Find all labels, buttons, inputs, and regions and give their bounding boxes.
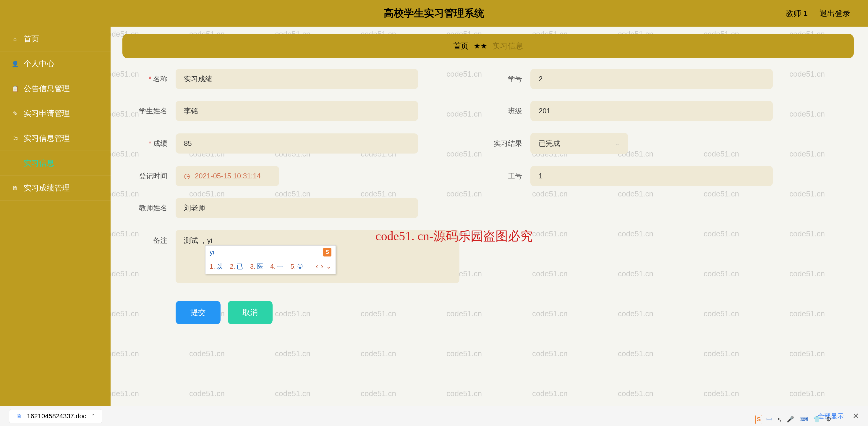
input-name[interactable] bbox=[176, 69, 418, 89]
sidebar-item-label: 实习信息管理 bbox=[24, 133, 70, 143]
sidebar-item-info[interactable]: 实习信息 bbox=[0, 151, 111, 176]
ime-candidate[interactable]: 2.已 bbox=[230, 262, 243, 271]
sidebar-item-label: 个人中心 bbox=[24, 59, 54, 69]
label-class: 班级 bbox=[477, 106, 530, 116]
close-icon[interactable]: ✕ bbox=[852, 411, 859, 421]
sogou-logo-icon: S bbox=[323, 248, 332, 256]
input-work-no[interactable] bbox=[530, 166, 773, 186]
field-teacher-name: 教师姓名 bbox=[122, 198, 418, 218]
app-title: 高校学生实习管理系统 bbox=[384, 6, 484, 20]
ime-candidate[interactable]: 1.以 bbox=[210, 262, 223, 271]
ime-composition: yi bbox=[210, 249, 214, 256]
sidebar: ⌂ 首页 👤 个人中心 📋 公告信息管理 ✎ 实习申请管理 🗂 实习信息管理 实… bbox=[0, 27, 111, 426]
label-student-no: 学号 bbox=[477, 74, 530, 84]
current-user[interactable]: 教师 1 bbox=[786, 8, 808, 19]
chevron-down-icon[interactable]: ⌄ bbox=[326, 263, 332, 271]
ime-candidates: 1.以 2.已 3.医 4.一 5.① ‹ › ⌄ bbox=[206, 259, 336, 274]
header-bar: 高校学生实习管理系统 教师 1 退出登录 bbox=[0, 0, 868, 27]
tray-skin-icon[interactable]: 👕 bbox=[812, 415, 822, 424]
header-user-area: 教师 1 退出登录 bbox=[786, 8, 850, 19]
label-reg-time: 登记时间 bbox=[122, 171, 176, 181]
tray-settings-icon[interactable]: ⚙ bbox=[825, 415, 833, 424]
input-reg-time[interactable]: ◷ 2021-05-15 10:31:14 bbox=[176, 166, 279, 186]
sidebar-item-personal[interactable]: 👤 个人中心 bbox=[0, 52, 111, 76]
input-student-no[interactable] bbox=[530, 69, 773, 89]
ime-candidate[interactable]: 4.一 bbox=[270, 262, 283, 271]
home-icon: ⌂ bbox=[12, 36, 18, 42]
tray-lang-icon[interactable]: 中 bbox=[765, 415, 773, 424]
field-work-no: 工号 bbox=[477, 166, 773, 186]
download-filename: 1621045824337.doc bbox=[27, 413, 86, 420]
archive-icon: 🗂 bbox=[12, 135, 18, 142]
clock-icon: ◷ bbox=[184, 172, 190, 180]
submit-button[interactable]: 提交 bbox=[176, 301, 221, 324]
field-name: 名称 bbox=[122, 69, 418, 89]
select-result[interactable]: 已完成 ⌄ bbox=[530, 133, 628, 154]
form: 名称 学号 学生姓名 班级 成绩 实习结果 bbox=[122, 69, 773, 324]
label-remark: 备注 bbox=[122, 230, 176, 245]
sidebar-item-label: 实习信息 bbox=[24, 158, 54, 168]
chevron-down-icon: ⌄ bbox=[615, 140, 620, 147]
breadcrumb-sep: ★★ bbox=[474, 41, 487, 50]
ime-tray: S 中 •, 🎤 ⌨ 👕 ⚙ bbox=[755, 415, 833, 424]
main-content: 首页 ★★ 实习信息 名称 学号 学生姓名 班级 bbox=[111, 27, 868, 426]
sidebar-item-label: 公告信息管理 bbox=[24, 83, 70, 94]
field-class: 班级 bbox=[477, 101, 773, 121]
user-icon: 👤 bbox=[12, 61, 18, 67]
download-item[interactable]: 🗎 1621045824337.doc ⌃ bbox=[9, 409, 102, 423]
sidebar-item-label: 实习成绩管理 bbox=[24, 183, 70, 193]
cancel-button[interactable]: 取消 bbox=[228, 301, 273, 324]
chevron-right-icon[interactable]: › bbox=[321, 263, 323, 271]
label-teacher-name: 教师姓名 bbox=[122, 203, 176, 213]
field-score: 成绩 bbox=[122, 133, 418, 154]
ime-candidate[interactable]: 3.医 bbox=[250, 262, 263, 271]
sidebar-item-announcement[interactable]: 📋 公告信息管理 bbox=[0, 76, 111, 101]
button-row: 提交 取消 bbox=[122, 301, 773, 324]
ime-nav[interactable]: ‹ › ⌄ bbox=[316, 263, 332, 271]
document-icon: 🗎 bbox=[16, 413, 22, 420]
input-score[interactable] bbox=[176, 134, 418, 153]
reg-time-value: 2021-05-15 10:31:14 bbox=[195, 172, 261, 180]
sidebar-item-home[interactable]: ⌂ 首页 bbox=[0, 27, 111, 52]
clipboard-icon: 📋 bbox=[12, 85, 18, 92]
label-result: 实习结果 bbox=[477, 139, 530, 148]
label-work-no: 工号 bbox=[477, 171, 530, 181]
input-student-name[interactable] bbox=[176, 101, 418, 121]
watermark-overlay-text: code51. cn-源码乐园盗图必究 bbox=[375, 228, 533, 244]
select-result-value: 已完成 bbox=[539, 139, 560, 148]
ime-input-row: yi S bbox=[206, 246, 336, 259]
breadcrumb: 首页 ★★ 实习信息 bbox=[122, 34, 854, 58]
sidebar-item-label: 实习申请管理 bbox=[24, 108, 70, 119]
tray-mic-icon[interactable]: 🎤 bbox=[785, 415, 795, 424]
edit-icon: ✎ bbox=[12, 110, 18, 117]
chevron-left-icon[interactable]: ‹ bbox=[316, 263, 318, 271]
label-score: 成绩 bbox=[122, 139, 176, 148]
input-class[interactable] bbox=[530, 101, 773, 121]
breadcrumb-current: 实习信息 bbox=[492, 41, 523, 50]
sidebar-item-info-mgmt[interactable]: 🗂 实习信息管理 bbox=[0, 126, 111, 151]
document-icon: 🗎 bbox=[12, 185, 18, 191]
ime-popup: yi S 1.以 2.已 3.医 4.一 5.① ‹ › bbox=[205, 245, 336, 274]
field-result: 实习结果 已完成 ⌄ bbox=[477, 133, 773, 154]
sidebar-item-label: 首页 bbox=[24, 34, 39, 44]
field-reg-time: 登记时间 ◷ 2021-05-15 10:31:14 bbox=[122, 166, 418, 186]
ime-candidate[interactable]: 5.① bbox=[290, 263, 303, 271]
sidebar-item-application[interactable]: ✎ 实习申请管理 bbox=[0, 101, 111, 126]
chevron-up-icon[interactable]: ⌃ bbox=[91, 413, 95, 420]
input-teacher-name[interactable] bbox=[176, 198, 418, 218]
label-name: 名称 bbox=[122, 74, 176, 84]
download-bar: 🗎 1621045824337.doc ⌃ 全部显示 ✕ bbox=[0, 406, 868, 426]
label-student-name: 学生姓名 bbox=[122, 106, 176, 116]
tray-keyboard-icon[interactable]: ⌨ bbox=[798, 415, 809, 424]
tray-punct-icon[interactable]: •, bbox=[776, 415, 782, 424]
field-student-no: 学号 bbox=[477, 69, 773, 89]
tray-sogou-icon[interactable]: S bbox=[755, 415, 762, 424]
breadcrumb-home[interactable]: 首页 bbox=[453, 41, 469, 50]
remark-value: 测试 ，yi bbox=[184, 236, 212, 244]
field-student-name: 学生姓名 bbox=[122, 101, 418, 121]
logout-link[interactable]: 退出登录 bbox=[819, 8, 850, 19]
sidebar-item-score-mgmt[interactable]: 🗎 实习成绩管理 bbox=[0, 176, 111, 201]
